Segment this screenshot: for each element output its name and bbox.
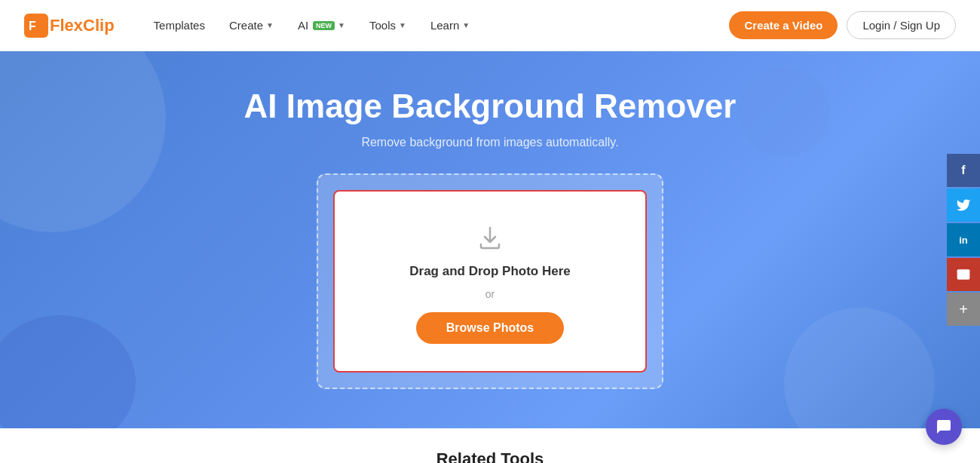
upload-or-text: or [485,288,495,300]
more-share-button[interactable]: + [947,293,980,326]
bg-blob-1 [0,315,136,428]
svg-rect-0 [24,14,48,38]
upload-icon [472,219,508,255]
twitter-share-button[interactable] [947,189,980,222]
upload-outer-box: Drag and Drop Photo Here or Browse Photo… [317,173,663,389]
ai-new-badge: NEW [313,21,335,30]
email-icon [956,267,971,282]
bg-blob-2 [739,66,829,157]
related-tools-title: Related Tools [436,449,544,463]
logo-text: FlexClip [50,16,115,35]
hero-section: AI Image Background Remover Remove backg… [0,51,980,428]
chat-button[interactable] [926,409,962,445]
nav-links: Templates Create ▼ AI NEW ▼ Tools ▼ Lear… [145,13,730,38]
nav-learn[interactable]: Learn ▼ [421,13,479,38]
browse-photos-button[interactable]: Browse Photos [416,312,564,344]
upload-prompt-text: Drag and Drop Photo Here [409,264,570,279]
linkedin-icon: in [959,235,968,246]
social-sidebar: f in + [947,154,980,326]
hero-subtitle: Remove background from images automatica… [361,136,618,149]
create-video-button[interactable]: Create a Video [729,11,838,39]
navbar: F FlexClip Templates Create ▼ AI NEW ▼ T… [0,0,980,51]
plus-icon: + [959,301,968,318]
chat-icon [935,418,953,436]
linkedin-share-button[interactable]: in [947,223,980,256]
login-signup-button[interactable]: Login / Sign Up [847,11,956,39]
upload-drop-zone[interactable]: Drag and Drop Photo Here or Browse Photo… [333,190,647,373]
chevron-down-icon-learn: ▼ [462,21,470,29]
facebook-icon: f [961,164,965,177]
svg-text:F: F [29,20,36,32]
email-share-button[interactable] [947,258,980,291]
chevron-down-icon-tools: ▼ [399,21,406,29]
nav-ai[interactable]: AI NEW ▼ [289,13,354,38]
nav-tools[interactable]: Tools ▼ [360,13,415,38]
nav-templates[interactable]: Templates [145,13,214,38]
nav-actions: Create a Video Login / Sign Up [729,11,956,39]
twitter-icon [956,198,971,213]
page-title: AI Image Background Remover [244,87,737,125]
facebook-share-button[interactable]: f [947,154,980,187]
related-tools-section: Related Tools [0,428,980,463]
chevron-down-icon: ▼ [266,21,274,29]
nav-create[interactable]: Create ▼ [220,13,283,38]
logo[interactable]: F FlexClip [24,14,115,38]
chevron-down-icon-ai: ▼ [338,21,345,29]
